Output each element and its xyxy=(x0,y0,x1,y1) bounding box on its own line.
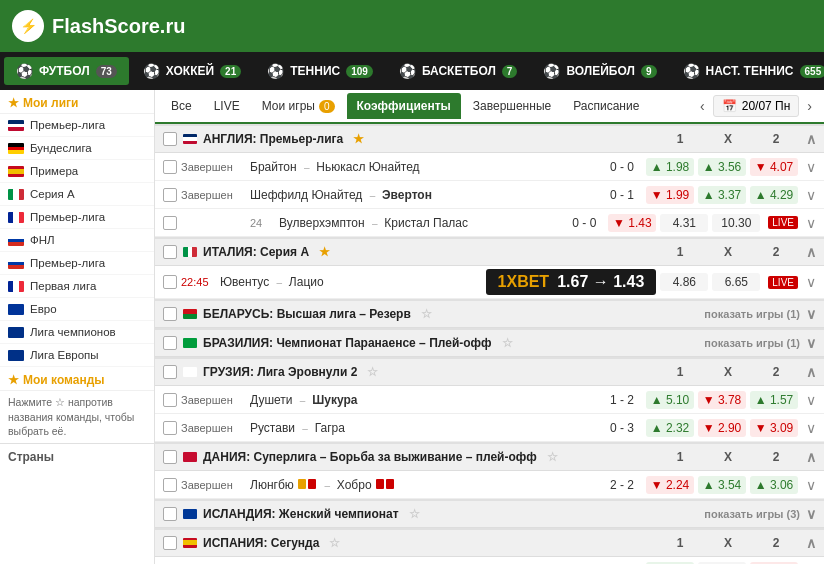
match-checkbox[interactable] xyxy=(163,478,177,492)
odds-cell-1[interactable]: ▲ 2.32 xyxy=(646,419,694,437)
odds-cell-1[interactable]: ▲ 1.98 xyxy=(646,158,694,176)
odds-cell-2[interactable]: 4.31 xyxy=(660,214,708,232)
match-row[interactable]: 24 Вулверхэмптон – Кристал Палас 0 - 0 ▼… xyxy=(155,209,824,237)
sidebar-item-премьер-лига[interactable]: Премьер-лига xyxy=(0,206,154,229)
odds-cell-3[interactable]: 6.65 xyxy=(712,273,760,291)
show-games-link[interactable]: показать игры (1) xyxy=(704,308,800,320)
nav-item-футбол[interactable]: ⚽ФУТБОЛ73 xyxy=(4,57,129,85)
show-games-link[interactable]: показать игры (3) xyxy=(704,508,800,520)
league-star[interactable]: ★ xyxy=(319,245,330,259)
sidebar-item-бундеслига[interactable]: Бундеслига xyxy=(0,137,154,160)
sidebar-item-примера[interactable]: Примера xyxy=(0,160,154,183)
next-date-button[interactable]: › xyxy=(801,96,818,116)
show-games-link[interactable]: показать игры (1) xyxy=(704,337,800,349)
league-checkbox[interactable] xyxy=(163,307,177,321)
league-header-italy: ИТАЛИЯ: Серия А ★ 1 X 2 ∧ xyxy=(155,237,824,266)
match-score: 2 - 2 xyxy=(602,478,642,492)
nav-item-хоккей[interactable]: ⚽ХОККЕЙ21 xyxy=(131,57,253,85)
match-checkbox[interactable] xyxy=(163,275,177,289)
odds-cell-2[interactable]: ▼ 3.78 xyxy=(698,391,746,409)
match-checkbox[interactable] xyxy=(163,216,177,230)
nav-item-волейбол[interactable]: ⚽ВОЛЕЙБОЛ9 xyxy=(531,57,668,85)
match-row[interactable]: Завершен Лас-Пальмас – Эстремадура 5 - 1… xyxy=(155,557,824,564)
odds-cell-3[interactable]: 10.30 xyxy=(712,214,760,232)
match-row[interactable]: Завершен Брайтон – Ньюкасл Юнайтед 0 - 0… xyxy=(155,153,824,181)
league-star[interactable]: ☆ xyxy=(547,450,558,464)
odds-cell-3[interactable]: ▲ 4.29 xyxy=(750,186,798,204)
odds-cell-1[interactable]: ▲ 5.10 xyxy=(646,391,694,409)
match-row[interactable]: Завершен Люнгбю – Хобро 2 - 2 ▼ 2.24▲ 3.… xyxy=(155,471,824,499)
match-checkbox[interactable] xyxy=(163,421,177,435)
tab-расписание[interactable]: Расписание xyxy=(563,93,649,119)
match-row[interactable]: Завершен Рустави – Гагра 0 - 3 ▲ 2.32▼ 2… xyxy=(155,414,824,442)
league-star[interactable]: ☆ xyxy=(329,536,340,550)
tabs-bar: ВсеLIVEМои игры0КоэффициентыЗавершенныеР… xyxy=(155,90,824,124)
league-checkbox[interactable] xyxy=(163,536,177,550)
league-star[interactable]: ★ xyxy=(353,132,364,146)
odds-cell-2[interactable]: ▲ 3.56 xyxy=(698,158,746,176)
odds-cell-2[interactable]: 4.86 xyxy=(660,273,708,291)
odds-cell-3[interactable]: ▲ 1.57 xyxy=(750,391,798,409)
match-toggle[interactable]: ∨ xyxy=(806,274,816,290)
league-checkbox[interactable] xyxy=(163,365,177,379)
ad-banner[interactable]: 1XBET 1.67 → 1.43 xyxy=(486,269,657,295)
match-checkbox[interactable] xyxy=(163,393,177,407)
league-toggle[interactable]: ∧ xyxy=(806,449,816,465)
tab-все[interactable]: Все xyxy=(161,93,202,119)
odds-cell-3[interactable]: ▲ 3.06 xyxy=(750,476,798,494)
league-star[interactable]: ☆ xyxy=(502,336,513,350)
league-toggle[interactable]: ∨ xyxy=(806,335,816,351)
league-checkbox[interactable] xyxy=(163,507,177,521)
sidebar-item-лига-европы[interactable]: Лига Европы xyxy=(0,344,154,367)
match-toggle[interactable]: ∨ xyxy=(806,159,816,175)
match-score: 1 - 2 xyxy=(602,393,642,407)
league-star[interactable]: ☆ xyxy=(367,365,378,379)
league-checkbox[interactable] xyxy=(163,336,177,350)
match-toggle[interactable]: ∨ xyxy=(806,187,816,203)
odds-cell-1[interactable]: ▼ 1.43 xyxy=(608,214,656,232)
sidebar-item-евро[interactable]: Евро xyxy=(0,298,154,321)
odds-cell-3[interactable]: ▼ 3.09 xyxy=(750,419,798,437)
nav-item-теннис[interactable]: ⚽ТЕННИС109 xyxy=(255,57,385,85)
odds-cell-1[interactable]: ▼ 1.99 xyxy=(646,186,694,204)
match-row[interactable]: 22:45 Ювентус – Лацио 1XBET 1.67 → 1.43 … xyxy=(155,266,824,299)
league-name: БЕЛАРУСЬ: Высшая лига – Резерв xyxy=(203,307,411,321)
sidebar-item-первая-лига[interactable]: Первая лига xyxy=(0,275,154,298)
nav-item-наст.-теннис[interactable]: ⚽НАСТ. ТЕННИС655 xyxy=(671,57,825,85)
league-toggle[interactable]: ∧ xyxy=(806,131,816,147)
odds-cell-2[interactable]: ▼ 2.90 xyxy=(698,419,746,437)
nav-item-баскетбол[interactable]: ⚽БАСКЕТБОЛ7 xyxy=(387,57,530,85)
match-checkbox[interactable] xyxy=(163,188,177,202)
league-toggle[interactable]: ∧ xyxy=(806,244,816,260)
match-row[interactable]: Завершен Душети – Шукура 1 - 2 ▲ 5.10▼ 3… xyxy=(155,386,824,414)
sidebar-item-премьер-лига[interactable]: Премьер-лига xyxy=(0,114,154,137)
odds-cell-2[interactable]: ▲ 3.37 xyxy=(698,186,746,204)
match-toggle[interactable]: ∨ xyxy=(806,477,816,493)
match-checkbox[interactable] xyxy=(163,160,177,174)
tab-мои-игры[interactable]: Мои игры0 xyxy=(252,93,345,119)
sidebar-item-премьер-лига[interactable]: Премьер-лига xyxy=(0,252,154,275)
odds-cell-1[interactable]: ▼ 2.24 xyxy=(646,476,694,494)
match-toggle[interactable]: ∨ xyxy=(806,215,816,231)
league-checkbox[interactable] xyxy=(163,132,177,146)
sidebar-item-серия-a[interactable]: Серия A xyxy=(0,183,154,206)
match-row[interactable]: Завершен Шеффилд Юнайтед – Эвертон 0 - 1… xyxy=(155,181,824,209)
league-star[interactable]: ☆ xyxy=(421,307,432,321)
tab-завершенные[interactable]: Завершенные xyxy=(463,93,561,119)
league-toggle[interactable]: ∨ xyxy=(806,306,816,322)
odds-cell-2[interactable]: ▲ 3.54 xyxy=(698,476,746,494)
league-toggle[interactable]: ∧ xyxy=(806,535,816,551)
prev-date-button[interactable]: ‹ xyxy=(694,96,711,116)
league-toggle[interactable]: ∨ xyxy=(806,506,816,522)
league-checkbox[interactable] xyxy=(163,245,177,259)
league-star[interactable]: ☆ xyxy=(409,507,420,521)
league-checkbox[interactable] xyxy=(163,450,177,464)
sidebar-item-фнл[interactable]: ФНЛ xyxy=(0,229,154,252)
odds-cell-3[interactable]: ▼ 4.07 xyxy=(750,158,798,176)
sidebar-item-лига-чемпионов[interactable]: Лига чемпионов xyxy=(0,321,154,344)
tab-live[interactable]: LIVE xyxy=(204,93,250,119)
match-toggle[interactable]: ∨ xyxy=(806,420,816,436)
tab-коэффициенты[interactable]: Коэффициенты xyxy=(347,93,461,119)
match-toggle[interactable]: ∨ xyxy=(806,392,816,408)
league-toggle[interactable]: ∧ xyxy=(806,364,816,380)
